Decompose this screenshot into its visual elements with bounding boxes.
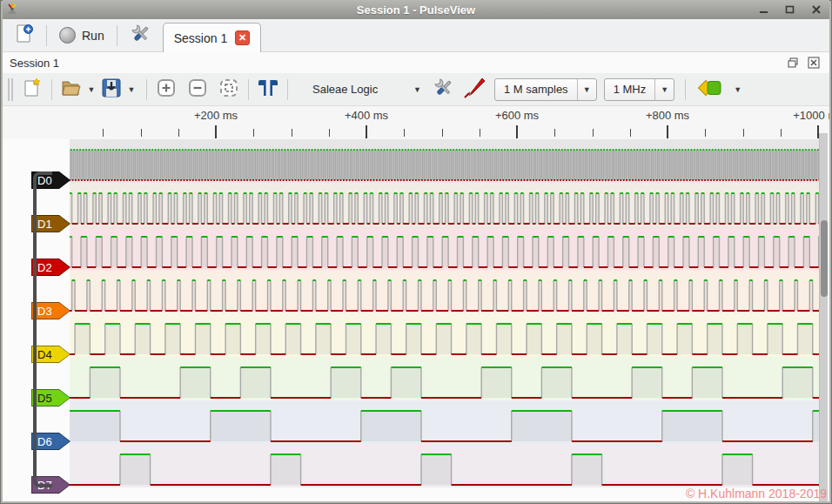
chevron-down-icon: ▼ [413,85,426,94]
titlebar[interactable]: Session 1 - PulseView [0,0,832,19]
toolbar-separator [51,79,52,100]
ruler-minor-tick [593,129,594,137]
ruler-major-tick [215,125,217,138]
ruler-minor-tick [442,129,443,137]
open-file-dropdown[interactable]: ▼ [84,77,99,102]
ruler-major-tick [667,125,668,138]
chevron-down-icon: ▼ [654,79,674,100]
trace-view[interactable]: +200 ms+400 ms+600 ms+800 ms+1000 ms D0D… [3,106,829,501]
pulseview-logo-icon [5,3,19,17]
ruler-label: +400 ms [345,109,388,122]
ruler-minor-tick [103,129,104,137]
waveform-d4 [75,324,813,354]
waveform-d0 [70,150,819,180]
ruler-minor-tick [329,129,330,137]
ruler-minor-tick [743,129,744,137]
settings-button[interactable] [124,23,158,49]
ruler-label: +600 ms [495,109,539,122]
cursors-flags-icon [257,78,279,100]
waveform-canvas[interactable] [70,139,819,487]
ruler-minor-tick [178,129,179,137]
ruler-minor-tick [404,129,405,137]
toolbar-separator [146,79,147,100]
run-button[interactable]: Run [54,23,110,49]
sample-rate-value: 1 MHz [605,83,655,96]
crossed-tools-icon [433,77,455,102]
main-toolbar: Run Session 1 ✕ [3,19,829,52]
ruler-minor-tick [253,129,254,137]
zoom-out-button[interactable] [185,77,210,102]
zoom-in-icon [156,77,177,101]
waveform-d7 [120,454,753,485]
zoom-fit-button[interactable] [217,77,241,102]
sample-count-value: 1 M samples [495,83,577,96]
zoom-fit-icon [218,77,239,101]
toolbar-separator [685,79,686,100]
run-label: Run [82,29,104,43]
ruler-minor-tick [292,129,292,137]
toolbar-separator [287,79,288,100]
waveform-d5 [90,367,812,398]
window-title: Session 1 - PulseView [0,3,832,17]
save-file-dropdown[interactable]: ▼ [124,77,139,102]
zoom-in-button[interactable] [154,77,178,102]
waveform-d6 [70,411,819,441]
tab-close-icon[interactable]: ✕ [235,30,250,45]
trace-group-bracket[interactable] [33,171,52,487]
show-cursors-button[interactable] [256,77,280,102]
probe-icon [461,77,486,102]
pulseview-window: Session 1 - PulseView [0,0,832,504]
tab-label: Session 1 [174,31,227,45]
time-ruler[interactable]: +200 ms+400 ms+600 ms+800 ms+1000 ms [3,106,829,139]
device-selector[interactable]: Saleae Logic ▼ [300,77,426,102]
zoom-out-icon [187,77,208,101]
float-dock-button[interactable] [786,56,800,70]
add-decoder-button[interactable]: ▼ [693,77,747,103]
minimize-button[interactable] [757,3,771,16]
maximize-button[interactable] [783,3,797,16]
crossed-tools-icon [130,23,152,48]
toolbar-separator [117,25,117,46]
toolbar-separator [46,25,47,46]
save-file-button[interactable] [99,77,124,102]
open-file-button[interactable] [59,77,84,102]
toolbar-drag-handle[interactable] [8,78,13,101]
new-session-button[interactable] [10,23,39,49]
sample-count-selector[interactable]: 1 M samples ▼ [494,78,597,101]
sample-rate-selector[interactable]: 1 MHz ▼ [604,78,675,101]
new-session-icon [15,24,34,47]
waveform-d1 [70,193,819,224]
new-file-button[interactable] [20,77,44,102]
ruler-minor-tick [480,129,480,137]
waveform-d2 [70,237,819,267]
ruler-minor-tick [781,129,782,137]
run-icon [59,27,76,44]
vertical-scrollbar[interactable] [819,133,828,501]
tab-session-1[interactable]: Session 1 ✕ [163,23,261,52]
toolbar-separator [248,79,249,100]
session-toolbar: ▼ ▼ [3,73,829,106]
scrollbar-thumb[interactable] [821,220,828,297]
copyright-text: © H.Kuhlmann 2018-2019 [686,487,827,501]
close-button[interactable] [809,3,823,16]
dock-header: Session 1 [3,52,829,73]
device-settings-button[interactable] [432,77,456,102]
scan-probe-button[interactable] [461,77,486,102]
chevron-down-icon: ▼ [734,85,741,94]
ruler-minor-tick [141,129,142,137]
waveform-d3 [72,280,813,311]
waveform-d3 [72,280,813,311]
ruler-label: +1000 ms [793,109,829,122]
ruler-major-tick [516,125,518,138]
ruler-label: +800 ms [646,109,689,122]
ruler-minor-tick [630,129,631,137]
decoder-icon [698,78,728,100]
close-dock-button[interactable] [807,56,821,70]
ruler-label: +200 ms [194,109,238,122]
device-label: Saleae Logic [300,83,413,96]
save-icon [101,77,122,101]
ruler-major-tick [366,125,367,138]
chevron-down-icon: ▼ [577,79,596,100]
dock-title: Session 1 [10,57,59,70]
ruler-minor-tick [554,129,555,137]
